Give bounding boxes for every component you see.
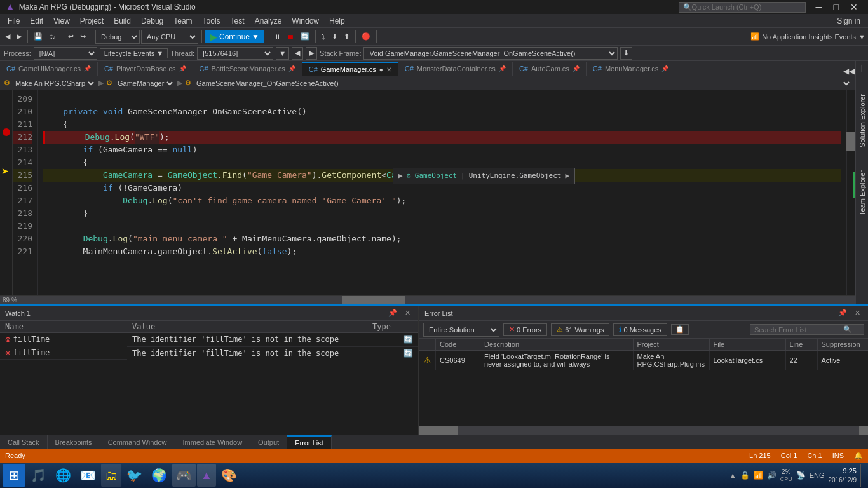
- save-button[interactable]: 💾: [31, 31, 45, 42]
- redo-button[interactable]: ↪: [78, 31, 88, 42]
- undo-button[interactable]: ↩: [65, 31, 76, 42]
- tab-menumanager[interactable]: C# MenuManager.cs 📌: [587, 62, 675, 76]
- menu-view[interactable]: View: [48, 15, 75, 27]
- error-col-code[interactable]: Code: [436, 339, 480, 351]
- close-button[interactable]: ✕: [845, 2, 863, 12]
- menu-debug[interactable]: Debug: [136, 15, 168, 27]
- taskbar-app-mail[interactable]: 📧: [76, 464, 100, 487]
- taskbar-app-twitter[interactable]: 🐦: [123, 464, 146, 487]
- breadcrumb-class-selector[interactable]: GameManager: [115, 78, 175, 89]
- team-explorer-side-tab[interactable]: Team Explorer: [857, 165, 867, 220]
- taskbar-app-unity[interactable]: 🎮: [172, 464, 196, 487]
- stop-button[interactable]: ⏹: [285, 32, 297, 42]
- tray-show-hidden-icon[interactable]: ▲: [729, 471, 736, 479]
- app-insights-dropdown-icon[interactable]: ▼: [858, 33, 865, 41]
- messages-filter-btn[interactable]: ℹ 0 Messages: [613, 323, 667, 336]
- tab-call-stack[interactable]: Call Stack: [0, 435, 48, 449]
- platform-dropdown[interactable]: Any CPU: [141, 30, 198, 44]
- tab-playerdatabase[interactable]: C# PlayerDataBase.cs 📌: [98, 62, 193, 76]
- error-col-file[interactable]: File: [709, 339, 785, 351]
- process-selector[interactable]: [N/A]: [34, 47, 97, 60]
- menu-project[interactable]: Project: [75, 15, 109, 27]
- code-content[interactable]: ➤ 209 210 211 212 213 214 215 216 217 21…: [0, 90, 855, 295]
- thread-selector[interactable]: [51576416]: [197, 47, 273, 60]
- forward-button[interactable]: ▶: [14, 31, 24, 42]
- tab-monsterdatacontainer[interactable]: C# MonsterDataContainer.cs 📌: [398, 62, 513, 76]
- menu-team[interactable]: Team: [168, 15, 197, 27]
- tab-output[interactable]: Output: [250, 435, 287, 449]
- save-all-button[interactable]: 🗂: [46, 32, 58, 42]
- clock-display[interactable]: 9:25 2016/12/9: [829, 466, 857, 484]
- error-search-input[interactable]: [754, 326, 843, 334]
- minimize-button[interactable]: ─: [811, 2, 827, 12]
- quick-launch-search[interactable]: 🔍: [679, 2, 806, 13]
- error-copy-button[interactable]: 📋: [671, 324, 689, 335]
- pause-button[interactable]: ⏸: [271, 32, 283, 42]
- menu-file[interactable]: File: [3, 15, 25, 27]
- filter-button[interactable]: ▼: [276, 47, 289, 60]
- code-lines[interactable]: private void GameSceneManager_OnGameScen…: [38, 90, 846, 295]
- restore-button[interactable]: □: [829, 2, 844, 12]
- error-close-icon[interactable]: ✕: [852, 308, 863, 318]
- breakpoints-button[interactable]: 🔴: [359, 31, 373, 42]
- warnings-filter-btn[interactable]: ⚠ 61 Warnings: [551, 323, 609, 336]
- status-notifications-icon[interactable]: 🔔: [854, 452, 863, 460]
- taskbar-app-media[interactable]: 🎵: [27, 464, 50, 487]
- error-row-1[interactable]: ⚠ CS0649 Field 'LookatTarget.m_RotationR…: [419, 351, 868, 370]
- horizontal-scrollbar[interactable]: 89 %: [0, 295, 855, 304]
- watch-refresh-icon-2[interactable]: 🔄: [403, 349, 413, 358]
- watch-pin-icon[interactable]: 📌: [386, 308, 400, 318]
- tab-pin-icon[interactable]: 📌: [84, 65, 91, 72]
- tray-volume-icon[interactable]: 🔊: [767, 471, 776, 480]
- tab-pin-icon[interactable]: 📌: [661, 65, 668, 72]
- taskbar-app-paint[interactable]: 🎨: [217, 464, 241, 487]
- error-search-box[interactable]: 🔍: [750, 324, 864, 335]
- menu-test[interactable]: Test: [226, 15, 250, 27]
- tab-immediate-window[interactable]: Immediate Window: [175, 435, 251, 449]
- show-desktop-btn[interactable]: [860, 464, 863, 487]
- stack-frame-expand[interactable]: ⬇: [620, 47, 632, 60]
- step-over-button[interactable]: ⤵: [319, 32, 328, 42]
- menu-build[interactable]: Build: [109, 15, 136, 27]
- tray-network-icon[interactable]: 📡: [796, 471, 806, 480]
- tab-pin-icon[interactable]: 📌: [179, 65, 186, 72]
- taskbar-app-files[interactable]: 🗂: [101, 464, 121, 487]
- tab-pin-icon[interactable]: 📌: [288, 65, 295, 72]
- menu-edit[interactable]: Edit: [25, 15, 48, 27]
- watch-refresh-icon-1[interactable]: 🔄: [403, 335, 413, 344]
- errors-filter-btn[interactable]: ✕ 0 Errors: [503, 323, 547, 336]
- tab-breakpoints[interactable]: Breakpoints: [48, 435, 100, 449]
- error-col-description[interactable]: Description: [480, 339, 634, 351]
- lifecycle-btn[interactable]: Lifecycle Events ▼: [100, 48, 168, 58]
- menu-window[interactable]: Window: [287, 15, 324, 27]
- tab-gamemanager[interactable]: C# GameManager.cs ● ✕: [302, 62, 398, 76]
- error-scrollbar[interactable]: [419, 426, 868, 435]
- thread-nav-prev[interactable]: ◀: [292, 47, 303, 60]
- debug-mode-dropdown[interactable]: Debug: [95, 30, 140, 44]
- tab-autocam[interactable]: C# AutoCam.cs 📌: [513, 62, 587, 76]
- tab-error-list[interactable]: Error List: [287, 435, 332, 449]
- watch-close-icon[interactable]: ✕: [402, 308, 413, 318]
- tab-pin-icon[interactable]: 📌: [573, 65, 580, 72]
- tab-battlescenemanager[interactable]: C# BattleSceneManager.cs 📌: [193, 62, 302, 76]
- taskbar-app-browser1[interactable]: 🌐: [51, 464, 75, 487]
- breadcrumb-method-selector[interactable]: GameSceneManager_OnGameSceneActive(): [194, 78, 851, 89]
- error-col-suppression[interactable]: Suppression: [817, 339, 868, 351]
- taskbar-app-browser2[interactable]: 🌍: [147, 464, 171, 487]
- breakpoint-dot-212[interactable]: [3, 128, 10, 136]
- step-into-button[interactable]: ⬇: [329, 31, 340, 42]
- solution-explorer-tab[interactable]: │: [855, 61, 868, 76]
- restart-button[interactable]: 🔄: [298, 31, 312, 42]
- solution-explorer-side-tab[interactable]: Solution Explorer: [857, 89, 867, 152]
- error-col-project[interactable]: Project: [633, 339, 709, 351]
- sign-in-button[interactable]: Sign in: [832, 15, 865, 27]
- menu-analyze[interactable]: Analyze: [250, 15, 287, 27]
- error-col-line[interactable]: Line: [785, 339, 817, 351]
- tab-gameuimanager[interactable]: C# GameUIManager.cs 📌: [0, 62, 98, 76]
- breadcrumb-project-selector[interactable]: Make An RPG.CSharp: [13, 78, 96, 89]
- thread-nav-next[interactable]: ▶: [306, 47, 317, 60]
- menu-help[interactable]: Help: [324, 15, 350, 27]
- menu-tools[interactable]: Tools: [198, 15, 226, 27]
- code-editor[interactable]: ⚙ Make An RPG.CSharp ▶ ⚙ GameManager ▶ ⚙…: [0, 76, 855, 304]
- continue-button[interactable]: ▶ Continue ▼: [205, 30, 264, 43]
